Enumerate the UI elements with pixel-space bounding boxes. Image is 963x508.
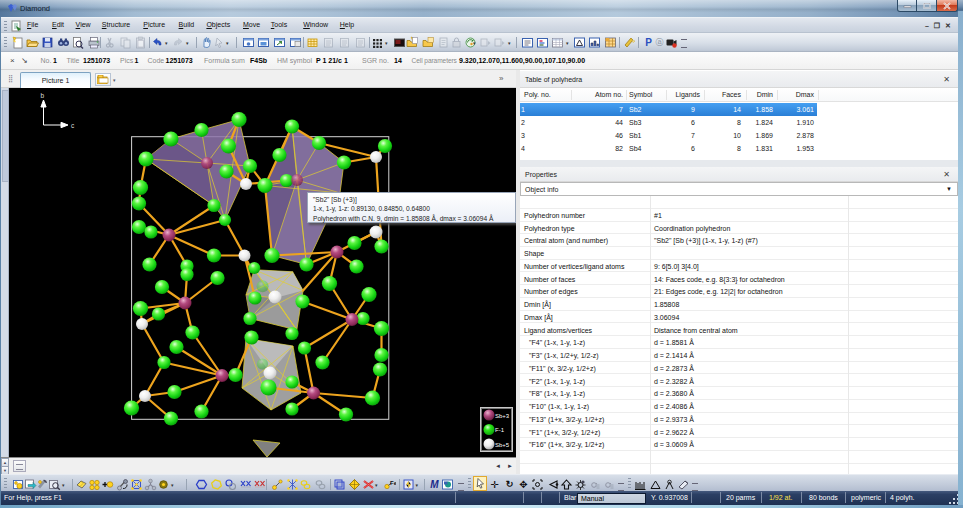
svg-text:Sb+3: Sb+3 xyxy=(495,413,510,419)
svg-text:F-1: F-1 xyxy=(495,427,505,433)
svg-text:b: b xyxy=(41,92,45,99)
svg-text:c: c xyxy=(71,122,75,129)
svg-text:Sb+5: Sb+5 xyxy=(495,442,510,448)
svg-text:Fe: Fe xyxy=(390,480,396,486)
